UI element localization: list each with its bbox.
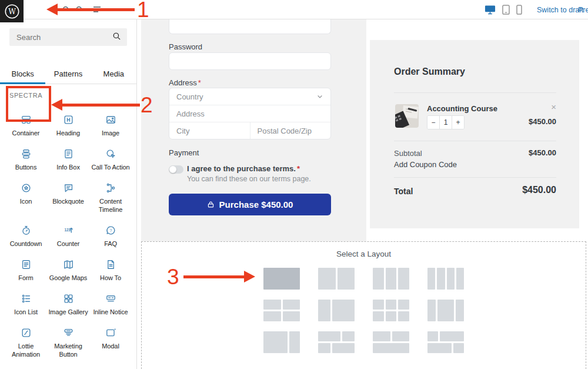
editor-screen: ↶ ↷ Switch to draft Preview W × Blocks P… bbox=[0, 0, 588, 369]
container-icon bbox=[21, 114, 32, 125]
password-label: Password bbox=[169, 42, 202, 51]
list-view-icon[interactable] bbox=[92, 5, 102, 17]
layout-variation-three-equal[interactable] bbox=[373, 268, 409, 290]
block-item-image[interactable]: Image bbox=[89, 108, 132, 142]
tab-media[interactable]: Media bbox=[91, 65, 136, 84]
quantity-increase-button[interactable]: + bbox=[452, 116, 464, 129]
icon-icon bbox=[21, 182, 32, 194]
block-item-form[interactable]: Form bbox=[5, 253, 47, 287]
buttons-icon bbox=[21, 148, 32, 159]
modal-icon bbox=[105, 327, 116, 338]
toggle-knob bbox=[169, 166, 176, 173]
tab-blocks[interactable]: Blocks bbox=[0, 65, 45, 84]
variation-cell bbox=[398, 300, 409, 310]
quantity-value: 1 bbox=[439, 116, 452, 129]
layout-variation-four-equal[interactable] bbox=[427, 268, 464, 290]
country-select[interactable]: Country bbox=[169, 88, 330, 105]
layout-variation-grid-3x2[interactable] bbox=[373, 300, 409, 321]
block-item-post-grid[interactable] bbox=[47, 364, 89, 369]
variation-cell bbox=[373, 331, 390, 341]
purchase-button[interactable]: Purchase $450.00 bbox=[169, 194, 331, 215]
block-item-marketing-button[interactable]: Marketing Button bbox=[47, 321, 89, 363]
block-item-inline-notice[interactable]: Inline Notice bbox=[89, 287, 132, 321]
cropped-text-field[interactable] bbox=[169, 19, 331, 34]
block-item-faq[interactable]: ?FAQ bbox=[89, 219, 132, 253]
tab-patterns[interactable]: Patterns bbox=[45, 65, 91, 84]
block-item-post-carousel[interactable] bbox=[5, 364, 47, 369]
variation-row bbox=[427, 343, 464, 353]
city-field[interactable]: City bbox=[169, 122, 250, 139]
block-item-modal[interactable]: Modal bbox=[89, 321, 132, 363]
call-to-action-icon bbox=[105, 148, 116, 159]
preview-link[interactable]: Preview bbox=[578, 6, 588, 14]
block-item-container[interactable]: Container bbox=[5, 108, 47, 142]
block-item-counter[interactable]: 123Counter bbox=[47, 219, 89, 253]
block-item-buttons[interactable]: Buttons bbox=[5, 142, 47, 177]
block-item-label: Countdown bbox=[10, 240, 42, 248]
block-item-lottie-animation[interactable]: Lottie Animation bbox=[5, 321, 47, 363]
block-item-label: Info Box bbox=[56, 164, 80, 171]
total-label: Total bbox=[394, 187, 413, 196]
search-input[interactable] bbox=[15, 32, 112, 42]
editor-topbar: ↶ ↷ Switch to draft Preview bbox=[0, 0, 588, 19]
layout-variation-wide-narrow-flip[interactable] bbox=[318, 331, 355, 353]
block-item-content-timeline[interactable]: Content Timeline bbox=[89, 177, 132, 218]
wordpress-logo-icon[interactable]: W bbox=[0, 0, 24, 22]
quantity-stepper: − 1 + bbox=[427, 115, 465, 129]
variation-row bbox=[373, 343, 409, 353]
layout-variation-single[interactable] bbox=[263, 268, 300, 290]
counter-icon: 123 bbox=[63, 225, 74, 236]
variation-row bbox=[373, 331, 409, 341]
block-item-info-box[interactable]: Info Box bbox=[47, 142, 89, 177]
variation-cell bbox=[453, 343, 464, 353]
variation-cell bbox=[318, 343, 330, 353]
variation-cell bbox=[447, 268, 455, 290]
block-item-icon[interactable]: Icon bbox=[5, 177, 47, 218]
faq-icon: ? bbox=[105, 225, 116, 236]
block-item-price-list[interactable] bbox=[89, 364, 132, 369]
remove-item-icon[interactable]: × bbox=[551, 102, 556, 111]
desktop-preview-icon[interactable] bbox=[485, 5, 496, 17]
layout-variation-wide-narrow[interactable] bbox=[263, 331, 300, 353]
block-item-countdown[interactable]: Countdown bbox=[5, 219, 47, 253]
block-item-label: Icon List bbox=[14, 308, 38, 316]
layout-variation-grid-2x2[interactable] bbox=[263, 300, 300, 321]
terms-toggle[interactable] bbox=[169, 165, 183, 174]
tablet-preview-icon[interactable] bbox=[502, 5, 510, 17]
block-item-label: Heading bbox=[56, 129, 80, 137]
search-box[interactable] bbox=[9, 28, 127, 46]
order-summary-title: Order Summary bbox=[394, 67, 465, 77]
variation-cell bbox=[318, 268, 336, 290]
block-item-heading[interactable]: Heading bbox=[47, 108, 89, 142]
redo-icon[interactable]: ↷ bbox=[76, 4, 83, 15]
block-item-how-to[interactable]: How To bbox=[89, 253, 132, 287]
block-item-label: Image Gallery bbox=[48, 308, 88, 316]
block-item-blockquote[interactable]: Blockquote bbox=[47, 177, 89, 218]
block-item-icon-list[interactable]: Icon List bbox=[5, 287, 47, 321]
address-field[interactable]: Address bbox=[169, 105, 330, 122]
layout-variation-two-equal[interactable] bbox=[318, 268, 355, 290]
product-name: Accounting Course bbox=[427, 104, 497, 113]
variation-cell bbox=[283, 300, 300, 310]
block-item-label: Modal bbox=[102, 343, 119, 350]
block-item-image-gallery[interactable]: Image Gallery bbox=[47, 287, 89, 321]
password-field[interactable] bbox=[169, 52, 331, 70]
layout-variation-narrow-wide-flip[interactable] bbox=[427, 331, 464, 353]
layout-variation-narrow-wide-narrow[interactable] bbox=[427, 300, 464, 321]
layout-variation-two-then-full[interactable] bbox=[373, 331, 409, 353]
variation-cell bbox=[283, 311, 300, 321]
add-coupon-link[interactable]: Add Coupon Code bbox=[394, 160, 457, 169]
block-item-call-to-action[interactable]: Call To Action bbox=[89, 142, 132, 177]
variation-cell bbox=[427, 300, 436, 321]
mobile-preview-icon[interactable] bbox=[516, 5, 522, 17]
block-item-label: Lottie Animation bbox=[6, 343, 46, 358]
svg-text:W: W bbox=[8, 8, 16, 16]
block-item-google-maps[interactable]: Google Maps bbox=[47, 253, 89, 287]
switch-to-draft-link[interactable]: Switch to draft bbox=[537, 6, 583, 14]
quantity-decrease-button[interactable]: − bbox=[427, 116, 439, 129]
variation-row bbox=[373, 300, 409, 310]
postal-code-field[interactable]: Postal Code/Zip bbox=[250, 122, 331, 139]
layout-variation-narrow-wide[interactable] bbox=[318, 300, 355, 321]
undo-icon[interactable]: ↶ bbox=[61, 4, 69, 15]
variation-row bbox=[373, 268, 409, 290]
